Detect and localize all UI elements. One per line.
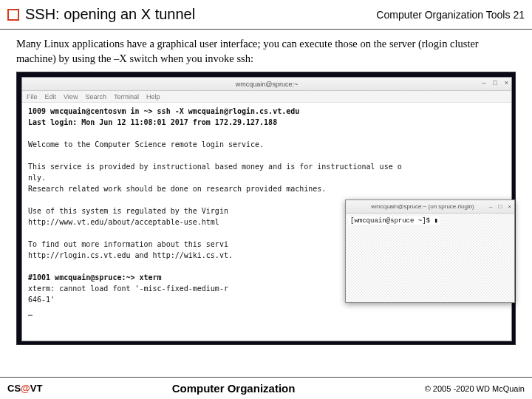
footer-at: @ [21,383,30,394]
terminal-line: This service is provided by instructiona… [28,161,505,172]
terminal-line: 1009 wmcquain@centosvm in ~> ssh -X wmcq… [28,106,505,117]
terminal-line: _ [28,305,505,316]
header-square-icon [7,9,19,21]
terminal-xterm-body: [wmcquain@spruce ~]$ ▮ [346,214,514,302]
menu-view[interactable]: View [64,93,78,100]
terminal-main-window-controls: – □ × [482,79,508,86]
terminal-line: Research related work should be done on … [28,183,505,194]
menu-help[interactable]: Help [146,93,160,100]
terminal-xterm-title: wmcquain@spruce:~ (on spruce.rlogin) [356,203,489,210]
terminal-line: Welcome to the Computer Science remote l… [28,139,505,150]
menu-terminal[interactable]: Terminal [114,93,139,100]
terminal-main-menubar: File Edit View Search Terminal Help [22,91,511,103]
terminal-xterm-prompt: [wmcquain@spruce ~]$ ▮ [349,216,440,225]
menu-file[interactable]: File [27,93,38,100]
slide-footer: CS@VT Computer Organization © 2005 -2020… [0,377,532,399]
terminal-line: nly. [28,172,505,183]
footer-right: © 2005 -2020 WD McQuain [425,384,525,393]
slide-header: SSH: opening an X tunnel Computer Organi… [0,0,532,27]
maximize-icon[interactable]: □ [498,203,502,210]
terminal-xterm-window: wmcquain@spruce:~ (on spruce.rlogin) – □… [345,200,515,303]
close-icon[interactable]: × [505,79,508,86]
terminal-main-title: wmcquain@spruce:~ [236,81,298,88]
page-number: 21 [513,9,525,21]
slide-title: SSH: opening an X tunnel [25,6,376,23]
menu-search[interactable]: Search [85,93,106,100]
body-paragraph: Many Linux applications have a graphical… [0,30,532,72]
terminal-line [28,150,505,161]
footer-center: Computer Organization [172,382,296,395]
close-icon[interactable]: × [508,203,511,210]
footer-cs: CS [7,383,21,394]
terminal-line: Last login: Mon Jun 12 11:08:01 2017 fro… [28,117,505,128]
minimize-icon[interactable]: – [482,79,485,86]
terminal-xterm-titlebar: wmcquain@spruce:~ (on spruce.rlogin) – □… [346,200,514,214]
minimize-icon[interactable]: – [489,203,492,210]
screenshot-area: wmcquain@spruce:~ – □ × File Edit View S… [16,72,516,345]
terminal-line [28,128,505,139]
course-label: Computer Organization Tools [376,9,510,21]
maximize-icon[interactable]: □ [493,79,497,86]
menu-edit[interactable]: Edit [45,93,57,100]
footer-left: CS@VT [7,383,42,394]
terminal-main-titlebar: wmcquain@spruce:~ – □ × [22,78,511,91]
footer-vt: VT [30,383,43,394]
terminal-xterm-window-controls: – □ × [489,203,511,210]
slide: SSH: opening an X tunnel Computer Organi… [0,0,532,399]
